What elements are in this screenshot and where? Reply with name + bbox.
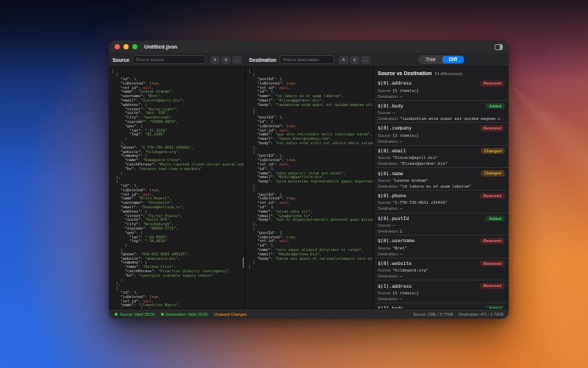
destination-valid-label: Destination: Valid JSON: [166, 312, 208, 316]
status-bar: Source: Valid JSON Destination: Valid JS…: [109, 308, 509, 319]
diff-badge: Removed: [480, 261, 505, 267]
diff-path: $[0].postId: [378, 216, 409, 222]
diff-row[interactable]: $[1].bodyAddedSource: Destination:: [374, 303, 509, 308]
source-panel-label: Source: [112, 57, 129, 63]
diff-path: $[0].company: [378, 125, 412, 131]
diff-destination-line: Destination: "laudantium enim quasi est …: [378, 116, 505, 121]
diff-destination-line: Destination: —: [378, 139, 505, 144]
diff-badge: Removed: [480, 238, 505, 244]
diff-source-line: Source: {3 item(s)}: [378, 133, 505, 138]
diff-source-line: Source: {5 item(s)}: [378, 88, 505, 93]
diff-source-line: Source: "Bret": [378, 246, 505, 250]
diff-badge: Added: [485, 103, 505, 110]
diff-source-line: Source: "Leanne Graham": [378, 178, 505, 183]
diff-path: $[0].phone: [378, 193, 406, 199]
destination-find-input[interactable]: [279, 55, 334, 64]
app-window: Untitled.json Source ∧ ∨ … Destination ∧…: [109, 40, 509, 319]
diff-path: $[1].address: [378, 283, 412, 289]
source-valid-label: Source: Valid JSON: [120, 312, 155, 316]
diff-destination-line: Destination: 1: [378, 229, 505, 233]
diff-path: $[0].name: [378, 171, 404, 177]
diff-destination-line: Destination: "Eliseo@gardner.biz": [378, 161, 505, 166]
main-area: [ { "id": 1, "isDeleted": true, "ref_id"…: [109, 67, 509, 308]
tab-diff[interactable]: Diff: [442, 56, 464, 63]
diff-row[interactable]: $[1].addressRemovedSource: {5 item(s)}De…: [374, 280, 509, 303]
diff-row[interactable]: $[0].addressRemovedSource: {5 item(s)}De…: [374, 78, 509, 101]
source-valid-status: Source: Valid JSON: [115, 312, 155, 316]
diff-destination-line: Destination: —: [378, 297, 505, 301]
diff-source-line: Source: —: [378, 110, 505, 115]
diff-title: Source vs Destination: [378, 71, 432, 76]
source-scrollbar-thumb[interactable]: [243, 258, 244, 268]
destination-find-next-button[interactable]: ∨: [350, 56, 359, 64]
code-line: "body": "est natus enim nihil est dolore…: [248, 141, 373, 146]
unsaved-changes-label: Unsaved Changes: [214, 312, 246, 316]
source-editor[interactable]: [ { "id": 1, "isDeleted": true, "ref_id"…: [109, 67, 245, 308]
source-find-next-button[interactable]: ∨: [221, 56, 231, 64]
diff-source-line: Source: {5 item(s)}: [378, 291, 505, 295]
source-stats-label: Source: 238L / 5.77KB: [413, 312, 453, 316]
traffic-lights: [115, 44, 137, 49]
diff-destination-line: Destination: "id labore ex et quam labor…: [378, 184, 505, 188]
source-toolbar: Source ∧ ∨ …: [109, 53, 245, 66]
diff-path: $[0].address: [378, 80, 412, 86]
code-line: "body": "quia molestiae reprehenderit qu…: [248, 180, 373, 184]
destination-panel-label: Destination: [249, 57, 276, 63]
diff-badge: Changed: [481, 170, 505, 177]
code-line: "body": "non et atque\noccaecati deserun…: [248, 218, 373, 222]
diff-panel: Source vs Destination 54 difference(s) $…: [374, 67, 509, 308]
source-find-input[interactable]: [132, 55, 206, 64]
sidebar-toggle-icon[interactable]: [495, 44, 503, 50]
diff-row[interactable]: $[0].nameChangedSource: "Leanne Graham"D…: [374, 168, 509, 191]
diff-destination-line: Destination: —: [378, 274, 505, 278]
code-line: ]: [248, 265, 373, 269]
destination-find-options-button[interactable]: …: [361, 56, 370, 64]
diff-path: $[0].body: [378, 103, 404, 109]
source-find-options-button[interactable]: …: [232, 56, 242, 64]
tab-tree[interactable]: Tree: [419, 56, 442, 63]
window-title: Untitled.json: [144, 43, 177, 50]
diff-row[interactable]: $[0].websiteRemovedSource: "hildegard.or…: [374, 258, 509, 281]
view-toggle-area: Tree Diff: [374, 53, 509, 66]
diff-row[interactable]: $[0].usernameRemovedSource: "Bret"Destin…: [374, 236, 509, 258]
diff-badge: Removed: [480, 193, 505, 199]
diff-destination-line: Destination: —: [378, 252, 505, 256]
destination-editor[interactable]: [ { "postId": 1, "isDeleted": true, "ref…: [245, 67, 374, 308]
diff-source-line: Source: "Sincere@april.biz": [378, 155, 505, 160]
diff-path: $[0].email: [378, 148, 406, 154]
diff-badge: Changed: [481, 148, 505, 155]
source-find-prev-button[interactable]: ∧: [210, 56, 220, 64]
diff-badge: Added: [485, 216, 505, 222]
diff-header: Source vs Destination 54 difference(s): [374, 67, 509, 78]
zoom-button[interactable]: [132, 44, 137, 49]
destination-toolbar: Destination ∧ ∨ …: [245, 53, 374, 66]
diff-row[interactable]: $[0].bodyAddedSource: —Destination: "lau…: [374, 101, 509, 124]
diff-destination-line: Destination: —: [378, 206, 505, 210]
minimize-button[interactable]: [123, 44, 129, 49]
document-stats: Source: 238L / 5.77KB Destination: 47L /…: [413, 312, 509, 316]
diff-list[interactable]: $[0].addressRemovedSource: {5 item(s)}De…: [374, 78, 509, 308]
close-button[interactable]: [115, 44, 120, 49]
diff-path: $[0].username: [378, 238, 415, 244]
code-line: "username": "Samantha",: [112, 308, 245, 308]
destination-valid-dot-icon: [161, 313, 164, 316]
destination-stats-label: Destination: 47L / 1.72KB: [459, 312, 503, 316]
diff-source-line: Source: "hildegard.org": [378, 268, 505, 272]
view-toggle: Tree Diff: [418, 55, 465, 64]
destination-valid-status: Destination: Valid JSON: [161, 312, 208, 316]
title-bar: Untitled.json: [109, 40, 509, 53]
diff-source-line: Source: "1-770-736-8031 x56442": [378, 200, 505, 205]
desktop-wallpaper: Untitled.json Source ∧ ∨ … Destination ∧…: [0, 0, 588, 368]
toolbar: Source ∧ ∨ … Destination ∧ ∨ … Tree Diff: [109, 53, 509, 67]
diff-row[interactable]: $[0].phoneRemovedSource: "1-770-736-8031…: [374, 191, 509, 213]
diff-source-line: Source: —: [378, 223, 505, 227]
diff-badge: Removed: [480, 80, 505, 87]
diff-badge: Removed: [480, 283, 505, 289]
code-line: "body": "laudantium enim quasi est quide…: [248, 103, 373, 107]
diff-row[interactable]: $[0].companyRemovedSource: {3 item(s)}De…: [374, 123, 509, 146]
diff-row[interactable]: $[0].emailChangedSource: "Sincere@april.…: [374, 146, 509, 169]
diff-row[interactable]: $[0].postIdAddedSource: —Destination: 1: [374, 213, 509, 236]
diff-badge: Removed: [480, 125, 505, 132]
destination-find-prev-button[interactable]: ∧: [339, 56, 348, 64]
source-valid-dot-icon: [115, 313, 118, 316]
